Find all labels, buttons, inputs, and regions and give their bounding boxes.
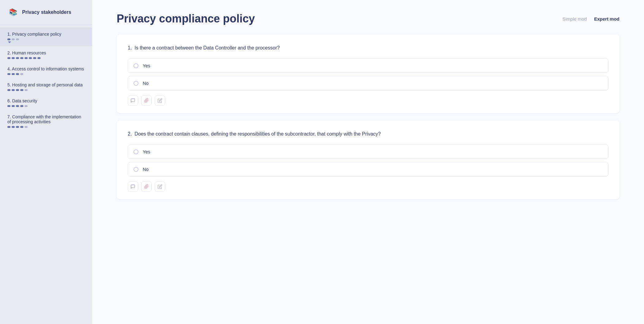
expert-mode-option[interactable]: Expert mod [594,16,619,22]
nav-item-progress [7,57,85,59]
question-card-2: 2. Does the contract contain clauses, de… [117,121,619,199]
radio-circle-no-1 [134,81,138,86]
attachment-button-1[interactable] [141,95,152,106]
nav-item-progress [7,38,85,40]
nav-item-label: 5. Hosting and storage of personal data [7,82,85,87]
nav-item-progress [7,73,85,75]
sidebar-item-hosting-storage[interactable]: 5. Hosting and storage of personal data [0,78,92,94]
question-text-2: 2. Does the contract contain clauses, de… [128,130,608,138]
nav-item-active-indicator [8,41,11,43]
question-2-actions [128,181,608,192]
edit-button-1[interactable] [155,95,165,106]
nav-item-label: 1. Privacy compliance policy [7,32,85,37]
radio-circle-no-2 [134,167,138,172]
radio-label-yes-2: Yes [143,149,150,154]
attachment-button-2[interactable] [141,181,152,192]
nav-item-label: 4. Access control to information systems [7,66,85,71]
radio-label-yes-1: Yes [143,63,150,68]
question-1-actions [128,95,608,106]
comment-button-2[interactable] [128,181,138,192]
mode-switcher: Simple mod Expert mod [562,16,619,22]
sidebar-item-privacy-compliance[interactable]: 1. Privacy compliance policy [0,27,92,46]
edit-button-2[interactable] [155,181,165,192]
sidebar: 📚 Privacy stakeholders 1. Privacy compli… [0,0,92,324]
comment-button-1[interactable] [128,95,138,106]
nav-item-label: 6. Data security [7,98,85,103]
sidebar-item-compliance-processing[interactable]: 7. Compliance with the implementation of… [0,110,92,131]
sidebar-nav: 1. Privacy compliance policy 2. Human re… [0,25,92,133]
sidebar-header: 📚 Privacy stakeholders [0,0,92,25]
nav-item-progress [7,89,85,91]
question-text-1: 1. Is there a contract between the Data … [128,44,608,52]
sidebar-item-human-resources[interactable]: 2. Human resources [0,46,92,62]
page-title: Privacy compliance policy [117,12,255,25]
radio-circle-yes-2 [134,149,138,154]
radio-yes-1[interactable]: Yes [128,58,608,73]
questions-container: 1. Is there a contract between the Data … [92,34,644,219]
nav-item-label: 7. Compliance with the implementation of… [7,114,85,124]
main-content: Privacy compliance policy Simple mod Exp… [92,0,644,324]
radio-yes-2[interactable]: Yes [128,144,608,159]
main-header: Privacy compliance policy Simple mod Exp… [92,0,644,34]
question-card-1: 1. Is there a contract between the Data … [117,34,619,113]
app-name: Privacy stakeholders [22,10,71,15]
radio-label-no-1: No [143,81,149,86]
nav-item-label: 2. Human resources [7,50,85,55]
sidebar-item-access-control[interactable]: 4. Access control to information systems [0,62,92,78]
radio-no-2[interactable]: No [128,162,608,176]
app-logo-icon: 📚 [7,7,18,18]
radio-circle-yes-1 [134,63,138,68]
simple-mode-option[interactable]: Simple mod [562,16,587,22]
radio-no-1[interactable]: No [128,76,608,90]
nav-item-progress [7,126,85,128]
radio-label-no-2: No [143,167,149,172]
nav-item-progress [7,105,85,107]
sidebar-item-data-security[interactable]: 6. Data security [0,94,92,110]
